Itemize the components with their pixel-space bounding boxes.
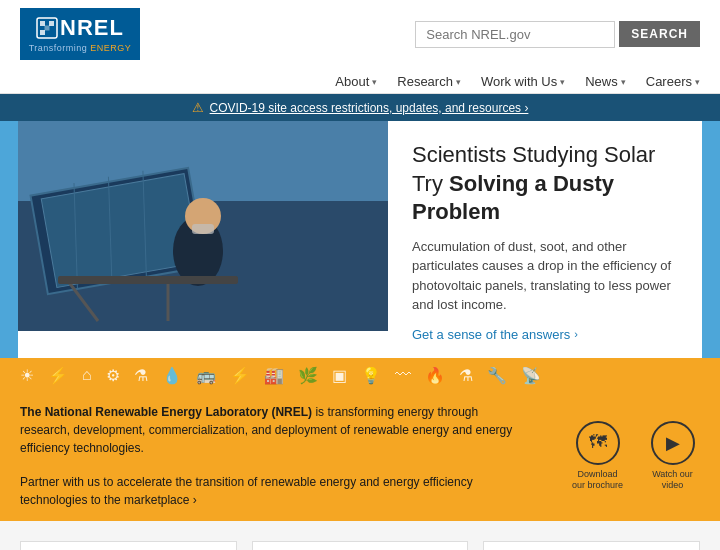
hero-description: Accumulation of dust, soot, and other pa… bbox=[412, 237, 678, 315]
nav-about-label: About bbox=[335, 74, 369, 89]
warning-icon: ⚠ bbox=[192, 100, 204, 115]
svg-rect-2 bbox=[49, 21, 54, 26]
card-data-tools-header: Data and Tools › bbox=[21, 542, 236, 550]
nav-careers-label: Careers bbox=[646, 74, 692, 89]
nav-work[interactable]: Work with Us ▾ bbox=[481, 74, 565, 89]
card-find-job-header: Find a Job › bbox=[253, 542, 468, 550]
hero-content-area: Scientists Studying Solar Try Solving a … bbox=[18, 121, 702, 358]
info-bar: The National Renewable Energy Laboratory… bbox=[0, 393, 720, 521]
icon-molecule[interactable]: ⚗ bbox=[459, 366, 473, 385]
nav-news-label: News bbox=[585, 74, 618, 89]
card-energy-basics[interactable]: Energy Basics › bbox=[483, 541, 700, 550]
logo-nrel: NREL bbox=[36, 15, 124, 41]
download-label: Download our brochure bbox=[570, 469, 625, 491]
nav-research-arrow: ▾ bbox=[456, 77, 461, 87]
site-header: NREL Transforming ENERGY SEARCH bbox=[0, 0, 720, 68]
nav-news[interactable]: News ▾ bbox=[585, 74, 626, 89]
play-icon: ▶ bbox=[666, 432, 680, 454]
hero-title: Scientists Studying Solar Try Solving a … bbox=[412, 141, 678, 227]
hero-left-strip bbox=[0, 121, 18, 358]
hero-illustration bbox=[18, 121, 388, 331]
card-data-tools[interactable]: Data and Tools › bbox=[20, 541, 237, 550]
play-icon-circle: ▶ bbox=[651, 421, 695, 465]
svg-rect-4 bbox=[45, 26, 50, 31]
hero-cta-arrow: › bbox=[574, 328, 578, 340]
nav-careers[interactable]: Careers ▾ bbox=[646, 74, 700, 89]
nav-research-label: Research bbox=[397, 74, 453, 89]
svg-rect-14 bbox=[192, 224, 214, 234]
svg-rect-1 bbox=[40, 21, 45, 26]
icon-research[interactable]: ⚗ bbox=[134, 366, 148, 385]
nrel-logo-icon bbox=[36, 17, 58, 39]
logo-area[interactable]: NREL Transforming ENERGY bbox=[20, 8, 140, 60]
nav-about[interactable]: About ▾ bbox=[335, 74, 377, 89]
covid-banner[interactable]: ⚠ COVID-19 site access restrictions, upd… bbox=[0, 94, 720, 121]
hero-photo-inner bbox=[18, 121, 388, 331]
map-icon: 🗺 bbox=[589, 432, 607, 453]
icon-battery[interactable]: ▣ bbox=[332, 366, 347, 385]
icon-settings[interactable]: ⚙ bbox=[106, 366, 120, 385]
covid-banner-link[interactable]: COVID-19 site access restrictions, updat… bbox=[210, 101, 529, 115]
download-brochure-button[interactable]: 🗺 Download our brochure bbox=[570, 421, 625, 491]
main-nav: About ▾ Research ▾ Work with Us ▾ News ▾… bbox=[0, 68, 720, 94]
hero-cta-text: Get a sense of the answers bbox=[412, 327, 570, 342]
icon-wave[interactable]: 〰 bbox=[395, 366, 411, 384]
nav-work-arrow: ▾ bbox=[560, 77, 565, 87]
download-icon-circle: 🗺 bbox=[576, 421, 620, 465]
icon-plant[interactable]: 🌿 bbox=[298, 366, 318, 385]
svg-rect-3 bbox=[40, 30, 45, 35]
info-text-area: The National Renewable Energy Laboratory… bbox=[20, 403, 520, 509]
nav-about-arrow: ▾ bbox=[372, 77, 377, 87]
svg-rect-17 bbox=[58, 276, 238, 284]
icon-antenna[interactable]: 📡 bbox=[521, 366, 541, 385]
icon-construct[interactable]: 🔧 bbox=[487, 366, 507, 385]
icon-transport[interactable]: 🚌 bbox=[196, 366, 216, 385]
logo-tagline-highlight: ENERGY bbox=[90, 43, 131, 53]
icon-solar[interactable]: ☀ bbox=[20, 366, 34, 385]
nav-work-label: Work with Us bbox=[481, 74, 557, 89]
icon-power[interactable]: ⚡ bbox=[48, 366, 68, 385]
watch-label: Watch our video bbox=[645, 469, 700, 491]
card-find-job[interactable]: Find a Job › bbox=[252, 541, 469, 550]
icon-energy2[interactable]: ⚡ bbox=[230, 366, 250, 385]
info-actions: 🗺 Download our brochure ▶ Watch our vide… bbox=[570, 421, 700, 491]
icon-light[interactable]: 💡 bbox=[361, 366, 381, 385]
watch-video-button[interactable]: ▶ Watch our video bbox=[645, 421, 700, 491]
icons-bar: ☀ ⚡ ⌂ ⚙ ⚗ 💧 🚌 ⚡ 🏭 🌿 ▣ 💡 〰 🔥 ⚗ 🔧 📡 bbox=[0, 358, 720, 393]
nav-research[interactable]: Research ▾ bbox=[397, 74, 461, 89]
nav-news-arrow: ▾ bbox=[621, 77, 626, 87]
cards-section: Data and Tools › Find a Job › bbox=[0, 521, 720, 550]
search-button[interactable]: SEARCH bbox=[619, 21, 700, 47]
hero-section: Scientists Studying Solar Try Solving a … bbox=[0, 121, 720, 358]
logo-box[interactable]: NREL Transforming ENERGY bbox=[20, 8, 140, 60]
nav-careers-arrow: ▾ bbox=[695, 77, 700, 87]
hero-image bbox=[18, 121, 388, 358]
icon-industrial[interactable]: 🏭 bbox=[264, 366, 284, 385]
hero-cta-link[interactable]: Get a sense of the answers › bbox=[412, 327, 678, 342]
icon-home[interactable]: ⌂ bbox=[82, 366, 92, 384]
search-input[interactable] bbox=[415, 21, 615, 48]
hero-right-strip bbox=[702, 121, 720, 358]
search-area: SEARCH bbox=[415, 21, 700, 48]
logo-tagline: Transforming ENERGY bbox=[29, 43, 132, 53]
card-energy-basics-header: Energy Basics › bbox=[484, 542, 699, 550]
icon-water[interactable]: 💧 bbox=[162, 366, 182, 385]
info-paragraph-1: The National Renewable Energy Laboratory… bbox=[20, 403, 520, 457]
info-arrow: › bbox=[193, 493, 197, 507]
info-paragraph-2: Partner with us to accelerate the transi… bbox=[20, 473, 520, 509]
hero-text-content: Scientists Studying Solar Try Solving a … bbox=[388, 121, 702, 358]
icon-fire[interactable]: 🔥 bbox=[425, 366, 445, 385]
hero-photo bbox=[18, 121, 388, 331]
